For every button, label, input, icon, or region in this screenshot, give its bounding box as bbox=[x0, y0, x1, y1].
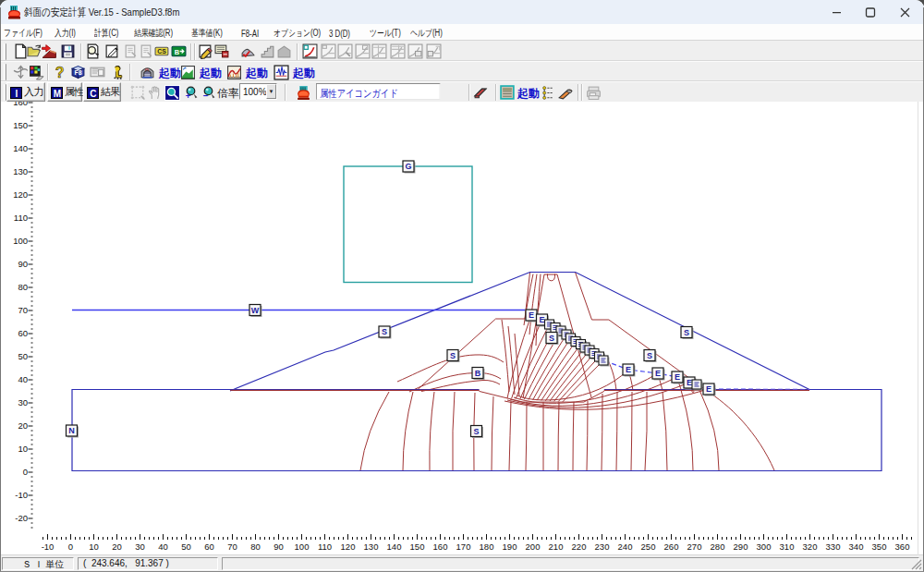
svg-text:S: S bbox=[450, 351, 456, 360]
svg-text:140: 140 bbox=[387, 542, 402, 552]
svg-text:160: 160 bbox=[433, 542, 448, 552]
svg-text:230: 230 bbox=[595, 542, 610, 552]
svg-text:80: 80 bbox=[250, 542, 261, 552]
svg-text:F8: F8 bbox=[74, 69, 81, 76]
svg-text:140: 140 bbox=[13, 143, 28, 153]
svg-text:180: 180 bbox=[480, 542, 494, 552]
svg-text:40: 40 bbox=[18, 374, 28, 384]
svg-text:−: − bbox=[203, 91, 209, 101]
svg-text:50: 50 bbox=[181, 542, 191, 552]
svg-text:-20: -20 bbox=[15, 513, 28, 523]
svg-text:90: 90 bbox=[18, 259, 28, 269]
svg-text:S: S bbox=[684, 328, 689, 337]
svg-text:10: 10 bbox=[89, 542, 99, 552]
svg-text:270: 270 bbox=[687, 542, 702, 552]
svg-text:90: 90 bbox=[274, 542, 284, 552]
svg-text:40: 40 bbox=[158, 542, 168, 552]
svg-text:110: 110 bbox=[318, 542, 332, 552]
svg-text:290: 290 bbox=[734, 542, 748, 552]
svg-text:B: B bbox=[475, 369, 481, 378]
svg-text:50: 50 bbox=[18, 351, 28, 361]
svg-text:CS: CS bbox=[157, 48, 166, 55]
svg-text:360: 360 bbox=[895, 542, 910, 552]
svg-text:130: 130 bbox=[364, 542, 379, 552]
svg-text:250: 250 bbox=[641, 542, 656, 552]
svg-text:E: E bbox=[529, 310, 534, 320]
svg-text:E: E bbox=[626, 365, 631, 374]
svg-text:60: 60 bbox=[18, 328, 28, 338]
svg-text:120: 120 bbox=[13, 189, 28, 200]
svg-text:170: 170 bbox=[456, 542, 471, 552]
svg-text:S: S bbox=[647, 351, 652, 360]
svg-text:120: 120 bbox=[341, 542, 356, 552]
svg-text:S: S bbox=[382, 327, 387, 336]
svg-text:100: 100 bbox=[295, 542, 310, 552]
svg-text:E: E bbox=[706, 384, 711, 394]
svg-text:E: E bbox=[675, 372, 680, 382]
svg-text:240: 240 bbox=[618, 542, 633, 552]
svg-text:S: S bbox=[549, 334, 554, 343]
svg-text:150: 150 bbox=[410, 542, 425, 552]
svg-text:160: 160 bbox=[13, 102, 28, 107]
svg-text:+: + bbox=[186, 91, 191, 101]
svg-text:G: G bbox=[405, 162, 411, 171]
svg-text:280: 280 bbox=[711, 542, 725, 552]
svg-text:?: ? bbox=[55, 65, 65, 80]
svg-text:20: 20 bbox=[18, 420, 28, 431]
svg-text:70: 70 bbox=[227, 542, 237, 552]
svg-text:210: 210 bbox=[549, 542, 564, 552]
svg-text:220: 220 bbox=[572, 542, 587, 552]
svg-text:N: N bbox=[68, 426, 75, 435]
svg-text:330: 330 bbox=[826, 542, 841, 552]
svg-text:30: 30 bbox=[18, 397, 28, 408]
svg-text:320: 320 bbox=[803, 542, 818, 552]
svg-text:B: B bbox=[175, 48, 180, 56]
svg-text:E: E bbox=[539, 315, 544, 324]
svg-text:E: E bbox=[687, 378, 692, 387]
svg-text:110: 110 bbox=[14, 213, 28, 223]
svg-text:100: 100 bbox=[13, 236, 28, 246]
svg-text:0: 0 bbox=[68, 542, 73, 552]
svg-text:20: 20 bbox=[112, 542, 122, 552]
svg-text:310: 310 bbox=[780, 542, 795, 552]
svg-text:340: 340 bbox=[849, 542, 864, 552]
svg-text:130: 130 bbox=[13, 166, 28, 176]
svg-text:150: 150 bbox=[13, 120, 28, 130]
svg-text:70: 70 bbox=[18, 305, 28, 315]
svg-text:10: 10 bbox=[18, 444, 28, 454]
svg-text:190: 190 bbox=[503, 542, 517, 552]
svg-text:S: S bbox=[473, 427, 479, 436]
svg-text:E: E bbox=[655, 369, 661, 378]
svg-text:-10: -10 bbox=[15, 490, 28, 500]
svg-text:260: 260 bbox=[664, 542, 679, 552]
svg-text:60: 60 bbox=[204, 542, 214, 552]
svg-text:30: 30 bbox=[135, 542, 145, 552]
svg-text:200: 200 bbox=[526, 542, 541, 552]
svg-text:350: 350 bbox=[872, 542, 887, 552]
svg-text:80: 80 bbox=[18, 282, 28, 292]
svg-text:0: 0 bbox=[23, 467, 28, 477]
svg-text:300: 300 bbox=[757, 542, 772, 552]
svg-text:-10: -10 bbox=[42, 542, 55, 552]
svg-text:W: W bbox=[251, 306, 260, 315]
